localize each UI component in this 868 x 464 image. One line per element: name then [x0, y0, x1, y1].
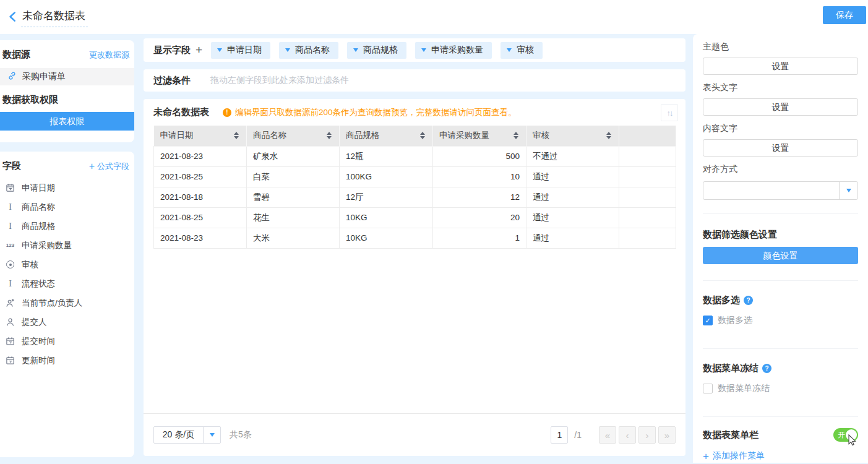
- multi-select-option[interactable]: ✓ 数据多选: [703, 315, 858, 326]
- theme-color-set-button[interactable]: 设置: [703, 58, 858, 75]
- field-label: 提交时间: [22, 336, 55, 347]
- sort-carets-icon[interactable]: [513, 132, 518, 139]
- display-field-chips: 申请日期商品名称商品规格申请采购数量审核: [211, 42, 543, 59]
- sort-carets-icon[interactable]: [606, 132, 611, 139]
- table-cell: 通过: [526, 228, 619, 248]
- filter-dropzone[interactable]: 拖动左侧字段到此处来添加过滤条件: [210, 75, 349, 86]
- table-header-row: 申请日期商品名称商品规格申请采购数量审核: [154, 126, 676, 146]
- table-cell-empty: [619, 146, 676, 166]
- total-count: 共5条: [230, 429, 252, 440]
- table-cell: 10KG: [340, 228, 433, 248]
- field-item[interactable]: 当前节点/负责人: [0, 293, 134, 312]
- menu-freeze-checkbox[interactable]: [703, 384, 713, 393]
- prev-page-button[interactable]: ‹: [619, 426, 636, 444]
- display-fields-bar: 显示字段 + 申请日期商品名称商品规格申请采购数量审核: [144, 38, 685, 62]
- header-text-set-button[interactable]: 设置: [703, 98, 858, 116]
- menu-freeze-option[interactable]: 数据菜单冻结: [703, 383, 858, 394]
- column-header-empty: [619, 126, 676, 146]
- field-item[interactable]: 审核: [0, 255, 134, 274]
- sort-carets-icon[interactable]: [234, 132, 239, 139]
- datasource-item[interactable]: 采购申请单: [0, 68, 134, 85]
- field-item[interactable]: 123申请采购数量: [0, 236, 134, 255]
- display-field-chip[interactable]: 申请日期: [211, 42, 270, 59]
- add-display-field-button[interactable]: +: [196, 43, 202, 57]
- plus-icon: +: [703, 451, 709, 462]
- column-header[interactable]: 申请采购数量: [433, 126, 526, 146]
- field-item[interactable]: 更新时间: [0, 351, 134, 370]
- chevron-down-icon: [421, 48, 426, 52]
- table-row[interactable]: 2021-08-23矿泉水12瓶500不通过: [154, 146, 676, 166]
- display-field-chip[interactable]: 商品名称: [279, 42, 338, 59]
- plus-icon: +: [89, 161, 95, 171]
- color-settings-button[interactable]: 颜色设置: [703, 247, 858, 264]
- table-menu-toggle[interactable]: 开: [833, 428, 858, 442]
- total-pages: /1: [574, 430, 582, 440]
- field-item[interactable]: 提交人: [0, 312, 134, 332]
- page-size-select[interactable]: 20 条/页: [153, 426, 221, 444]
- question-icon[interactable]: ?: [744, 296, 753, 305]
- chevron-down-icon: [507, 48, 512, 52]
- field-label: 商品名称: [22, 202, 55, 213]
- sort-carets-icon[interactable]: [327, 132, 332, 139]
- link-icon: [7, 71, 17, 82]
- multi-select-checkbox[interactable]: ✓: [703, 316, 713, 325]
- field-item[interactable]: 申请日期: [0, 178, 134, 197]
- column-header[interactable]: 审核: [526, 126, 619, 146]
- datasource-item-label: 采购申请单: [22, 71, 66, 82]
- column-header[interactable]: 申请日期: [154, 126, 247, 146]
- topbar: 未命名数据表 保存: [0, 0, 868, 34]
- chevron-down-icon: [839, 182, 857, 199]
- settings-panel: 主题色 设置 表头文字 设置 内容文字 设置 对齐方式 数据筛选颜色设置 颜色设…: [693, 34, 868, 463]
- report-permission-button[interactable]: 报表权限: [0, 112, 134, 131]
- field-item[interactable]: I流程状态: [0, 274, 134, 293]
- chevron-down-icon: [203, 427, 220, 443]
- table-cell-empty: [619, 166, 676, 187]
- back-icon[interactable]: [6, 10, 20, 24]
- last-page-button[interactable]: »: [658, 426, 676, 444]
- info-icon: !: [223, 108, 231, 117]
- content-text-set-button[interactable]: 设置: [703, 139, 858, 157]
- table-cell: 花生: [247, 207, 340, 228]
- field-label: 商品规格: [22, 221, 55, 232]
- question-icon[interactable]: ?: [762, 364, 771, 373]
- save-button[interactable]: 保存: [823, 6, 866, 24]
- column-header[interactable]: 商品名称: [247, 126, 340, 146]
- fields-panel: 字段 + 公式字段 申请日期I商品名称I商品规格123申请采购数量审核I流程状态…: [0, 152, 134, 457]
- table-cell: 大米: [247, 228, 340, 248]
- table-cell: 500: [433, 146, 526, 166]
- table-cell: 通过: [526, 207, 619, 228]
- calendar-icon: [5, 337, 15, 346]
- table-row[interactable]: 2021-08-25白菜100KG10通过: [154, 166, 676, 187]
- field-item[interactable]: I商品规格: [0, 217, 134, 236]
- text-icon: I: [5, 221, 15, 231]
- current-page-input[interactable]: 1: [551, 426, 568, 444]
- chip-label: 审核: [517, 45, 534, 56]
- pagination-nav: « ‹ › »: [599, 426, 676, 444]
- sort-order-button[interactable]: ↑↓: [661, 104, 678, 121]
- field-item[interactable]: I商品名称: [0, 197, 134, 217]
- filter-bar: 过滤条件 拖动左侧字段到此处来添加过滤条件: [144, 69, 685, 92]
- display-field-chip[interactable]: 商品规格: [347, 42, 406, 59]
- add-action-menu-link[interactable]: + 添加操作菜单: [703, 450, 858, 462]
- table-row[interactable]: 2021-08-23大米10KG1通过: [154, 228, 676, 248]
- display-field-chip[interactable]: 申请采购数量: [415, 42, 492, 59]
- display-fields-label: 显示字段: [153, 45, 191, 56]
- first-page-button[interactable]: «: [599, 426, 616, 444]
- change-datasource-link[interactable]: 更改数据源: [89, 49, 129, 61]
- filter-color-title: 数据筛选颜色设置: [703, 229, 858, 241]
- add-formula-field-link[interactable]: + 公式字段: [89, 161, 129, 172]
- table-row[interactable]: 2021-08-18雪碧12厅12通过: [154, 187, 676, 207]
- field-label: 更新时间: [22, 355, 55, 366]
- table-cell: 100KG: [340, 166, 433, 187]
- display-field-chip[interactable]: 审核: [501, 42, 543, 59]
- table-row[interactable]: 2021-08-25花生10KG20通过: [154, 207, 676, 228]
- page-title[interactable]: 未命名数据表: [21, 9, 88, 27]
- alignment-select[interactable]: [703, 181, 858, 200]
- chevron-down-icon: [353, 48, 358, 52]
- column-header[interactable]: 商品规格: [340, 126, 433, 146]
- table-cell: 白菜: [247, 166, 340, 187]
- table-cell: 矿泉水: [247, 146, 340, 166]
- sort-carets-icon[interactable]: [420, 132, 425, 139]
- next-page-button[interactable]: ›: [638, 426, 656, 444]
- field-item[interactable]: 提交时间: [0, 332, 134, 351]
